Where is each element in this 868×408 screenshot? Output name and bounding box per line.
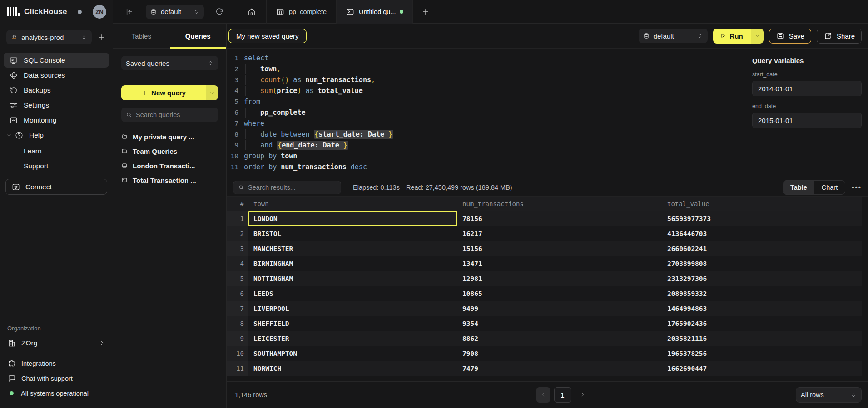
saved-query-item-my-private-query[interactable]: My private query ... (121, 129, 218, 144)
table-cell[interactable]: LIVERPOOL (248, 301, 457, 316)
run-button[interactable]: Run (713, 29, 764, 44)
table-cell[interactable]: 2660602241 (662, 241, 862, 256)
table-cell[interactable]: 2313297306 (662, 271, 862, 286)
new-query-button[interactable]: New query (121, 85, 218, 100)
sidebar-subitem-support[interactable]: Support (4, 158, 109, 173)
column-header-total-value[interactable]: total_value (662, 197, 862, 211)
previous-page-button[interactable] (536, 387, 550, 403)
end-date-input[interactable] (752, 113, 862, 128)
home-icon[interactable] (247, 7, 256, 16)
table-cell[interactable]: MANCHESTER (248, 241, 457, 256)
service-selector[interactable]: analytics-prod (6, 30, 92, 44)
table-cell[interactable]: 2703899808 (662, 256, 862, 271)
refresh-icon[interactable] (215, 7, 224, 16)
run-database-selector[interactable]: default (639, 29, 708, 43)
table-cell[interactable]: 7479 (457, 361, 662, 376)
column-header-row-number[interactable]: # (227, 197, 248, 211)
sidebar-footer-integrations[interactable]: Integrations (7, 358, 105, 369)
row-number-cell[interactable]: 9 (227, 331, 248, 346)
row-number-cell[interactable]: 2 (227, 226, 248, 241)
column-header-town[interactable]: town (248, 197, 457, 211)
table-cell[interactable]: 1765902436 (662, 316, 862, 331)
row-number-cell[interactable]: 4 (227, 256, 248, 271)
sidebar-item-help[interactable]: Help (4, 128, 109, 143)
sidebar-item-settings[interactable]: Settings (4, 98, 109, 113)
table-cell[interactable]: 2089859332 (662, 286, 862, 301)
table-cell[interactable]: NOTTINGHAM (248, 271, 457, 286)
tab-queries[interactable]: Queries (170, 24, 227, 48)
table-cell[interactable]: 15156 (457, 241, 662, 256)
saved-query-item-team-queries[interactable]: Team Queries (121, 144, 218, 158)
tab-tables[interactable]: Tables (113, 24, 170, 48)
table-cell[interactable]: 8862 (457, 331, 662, 346)
query-parameter[interactable]: {start_date: Date } (314, 130, 394, 139)
page-number-input[interactable] (554, 387, 571, 403)
next-page-button[interactable] (580, 392, 585, 398)
query-search-input[interactable] (136, 111, 213, 118)
saved-query-item-total-transaction[interactable]: Total Transaction ... (121, 173, 218, 187)
table-cell[interactable]: 1662690447 (662, 361, 862, 376)
sidebar-item-monitoring[interactable]: Monitoring (4, 113, 109, 128)
connect-button[interactable]: Connect (5, 179, 107, 195)
query-parameter[interactable]: {end_date: Date } (277, 141, 348, 150)
table-cell[interactable]: 10865 (457, 286, 662, 301)
tab-pp-complete[interactable]: pp_complete (266, 0, 336, 24)
column-header-num-transactions[interactable]: num_transactions (457, 197, 662, 211)
page-size-selector[interactable]: All rows (796, 387, 862, 403)
collapse-back-icon[interactable] (125, 7, 134, 16)
row-number-cell[interactable]: 3 (227, 241, 248, 256)
table-cell[interactable]: 9354 (457, 316, 662, 331)
table-cell[interactable]: 4136446703 (662, 226, 862, 241)
view-table-button[interactable]: Table (783, 181, 814, 194)
table-cell[interactable]: LEICESTER (248, 331, 457, 346)
tab-untitled-query[interactable]: Untitled qu... (336, 0, 413, 24)
sidebar-footer-chat-with-support[interactable]: Chat with support (7, 373, 105, 384)
query-search[interactable] (121, 108, 218, 122)
table-cell[interactable]: BRISTOL (248, 226, 457, 241)
saved-query-item-london-transacti[interactable]: London Transacti... (121, 158, 218, 173)
database-selector[interactable]: default (146, 5, 204, 19)
table-cell[interactable]: 78156 (457, 211, 662, 226)
new-tab-plus-icon[interactable] (421, 7, 430, 16)
table-cell[interactable]: 1965378256 (662, 346, 862, 361)
saved-queries-filter[interactable]: Saved queries (121, 56, 218, 70)
table-cell[interactable]: 56593977373 (662, 211, 862, 226)
sidebar-footer-all-systems-operational[interactable]: All systems operational (7, 388, 105, 399)
add-service-plus-icon[interactable] (96, 33, 107, 42)
new-query-dropdown-caret[interactable] (206, 85, 218, 100)
results-search-input[interactable] (248, 184, 336, 191)
row-number-cell[interactable]: 1 (227, 211, 248, 226)
row-number-cell[interactable]: 11 (227, 361, 248, 376)
table-cell[interactable]: LONDON (248, 211, 457, 226)
sidebar-item-data-sources[interactable]: Data sources (4, 68, 109, 83)
more-options-icon[interactable]: ••• (852, 183, 862, 191)
table-cell[interactable]: 13471 (457, 256, 662, 271)
row-number-cell[interactable]: 7 (227, 301, 248, 316)
table-cell[interactable]: LEEDS (248, 286, 457, 301)
results-search[interactable] (233, 181, 341, 194)
table-cell[interactable]: 9499 (457, 301, 662, 316)
table-cell[interactable]: SOUTHAMPTON (248, 346, 457, 361)
view-chart-button[interactable]: Chart (814, 181, 845, 194)
share-button[interactable]: Share (817, 29, 862, 44)
table-cell[interactable]: 7908 (457, 346, 662, 361)
table-cell[interactable]: NORWICH (248, 361, 457, 376)
table-cell[interactable]: BIRMINGHAM (248, 256, 457, 271)
sidebar-item-sql-console[interactable]: SQL Console (4, 53, 109, 68)
row-number-cell[interactable]: 5 (227, 271, 248, 286)
table-cell[interactable]: 12981 (457, 271, 662, 286)
start-date-input[interactable] (752, 81, 862, 96)
saved-query-chip[interactable]: My new saved query (228, 29, 307, 43)
organization-switcher[interactable]: ZOrg (7, 339, 105, 348)
run-dropdown-caret[interactable] (751, 29, 764, 44)
table-cell[interactable]: 2035821116 (662, 331, 862, 346)
row-number-cell[interactable]: 6 (227, 286, 248, 301)
save-button[interactable]: Save (769, 29, 811, 44)
sidebar-subitem-learn[interactable]: Learn (4, 143, 109, 158)
sql-editor[interactable]: 1select2 town,3 count() as num_transacti… (227, 49, 868, 178)
row-number-cell[interactable]: 10 (227, 346, 248, 361)
sidebar-item-backups[interactable]: Backups (4, 83, 109, 98)
user-avatar[interactable]: ZN (93, 5, 106, 19)
table-cell[interactable]: 16217 (457, 226, 662, 241)
table-cell[interactable]: 1464994863 (662, 301, 862, 316)
